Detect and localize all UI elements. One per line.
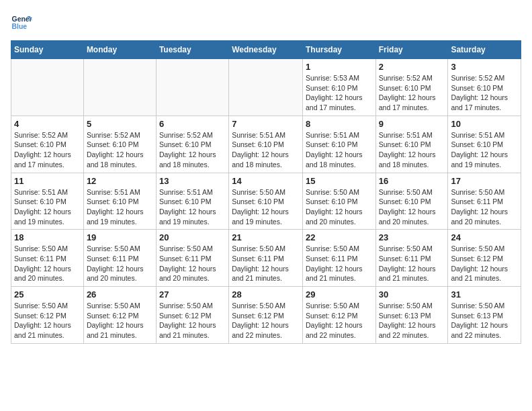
day-info: Sunrise: 5:51 AM Sunset: 6:10 PM Dayligh… (159, 187, 226, 227)
day-number: 31 (451, 289, 518, 300)
calendar-cell: 30Sunrise: 5:50 AM Sunset: 6:13 PM Dayli… (375, 287, 448, 344)
day-number: 14 (232, 176, 300, 186)
day-number: 11 (14, 176, 81, 186)
day-info: Sunrise: 5:52 AM Sunset: 6:10 PM Dayligh… (379, 73, 445, 113)
day-info: Sunrise: 5:50 AM Sunset: 6:10 PM Dayligh… (379, 187, 445, 227)
day-info: Sunrise: 5:51 AM Sunset: 6:10 PM Dayligh… (14, 187, 81, 227)
calendar-cell (229, 59, 303, 116)
calendar-cell: 4Sunrise: 5:52 AM Sunset: 6:10 PM Daylig… (11, 116, 84, 173)
day-number: 4 (14, 119, 81, 129)
day-number: 21 (232, 232, 300, 242)
calendar-cell: 18Sunrise: 5:50 AM Sunset: 6:11 PM Dayli… (11, 230, 84, 287)
day-info: Sunrise: 5:50 AM Sunset: 6:11 PM Dayligh… (232, 244, 300, 283)
day-number: 30 (379, 289, 445, 300)
calendar-cell: 28Sunrise: 5:50 AM Sunset: 6:12 PM Dayli… (229, 287, 303, 344)
day-number: 17 (451, 176, 518, 186)
day-info: Sunrise: 5:50 AM Sunset: 6:12 PM Dayligh… (14, 301, 81, 340)
day-number: 10 (451, 119, 518, 129)
day-number: 15 (306, 176, 373, 186)
day-number: 8 (306, 119, 373, 129)
calendar-week-5: 25Sunrise: 5:50 AM Sunset: 6:12 PM Dayli… (11, 287, 521, 344)
weekday-header-saturday: Saturday (448, 41, 521, 59)
day-number: 16 (379, 176, 445, 186)
day-info: Sunrise: 5:50 AM Sunset: 6:12 PM Dayligh… (232, 301, 300, 340)
calendar-cell: 16Sunrise: 5:50 AM Sunset: 6:10 PM Dayli… (375, 173, 448, 230)
calendar-cell: 23Sunrise: 5:50 AM Sunset: 6:11 PM Dayli… (375, 230, 448, 287)
day-info: Sunrise: 5:50 AM Sunset: 6:11 PM Dayligh… (451, 187, 518, 227)
calendar-week-2: 4Sunrise: 5:52 AM Sunset: 6:10 PM Daylig… (11, 116, 521, 173)
day-number: 27 (159, 289, 226, 300)
day-number: 9 (379, 119, 445, 129)
day-info: Sunrise: 5:50 AM Sunset: 6:12 PM Dayligh… (87, 301, 153, 340)
day-info: Sunrise: 5:52 AM Sunset: 6:10 PM Dayligh… (451, 73, 518, 113)
calendar-cell (83, 59, 156, 116)
day-info: Sunrise: 5:52 AM Sunset: 6:10 PM Dayligh… (14, 130, 81, 170)
calendar-cell: 2Sunrise: 5:52 AM Sunset: 6:10 PM Daylig… (375, 59, 448, 116)
calendar-cell: 31Sunrise: 5:50 AM Sunset: 6:13 PM Dayli… (448, 287, 521, 344)
day-info: Sunrise: 5:50 AM Sunset: 6:13 PM Dayligh… (379, 301, 445, 340)
day-info: Sunrise: 5:51 AM Sunset: 6:10 PM Dayligh… (451, 130, 518, 170)
day-info: Sunrise: 5:50 AM Sunset: 6:11 PM Dayligh… (306, 244, 373, 283)
weekday-header-tuesday: Tuesday (156, 41, 228, 59)
calendar-cell: 19Sunrise: 5:50 AM Sunset: 6:11 PM Dayli… (83, 230, 156, 287)
calendar-week-3: 11Sunrise: 5:51 AM Sunset: 6:10 PM Dayli… (11, 173, 521, 230)
calendar-cell: 26Sunrise: 5:50 AM Sunset: 6:12 PM Dayli… (83, 287, 156, 344)
day-info: Sunrise: 5:52 AM Sunset: 6:10 PM Dayligh… (87, 130, 153, 170)
calendar-cell (156, 59, 228, 116)
calendar-cell: 10Sunrise: 5:51 AM Sunset: 6:10 PM Dayli… (448, 116, 521, 173)
day-number: 29 (306, 289, 373, 300)
day-info: Sunrise: 5:50 AM Sunset: 6:10 PM Dayligh… (232, 187, 300, 227)
weekday-header-monday: Monday (83, 41, 156, 59)
day-number: 2 (379, 62, 445, 72)
weekday-header-wednesday: Wednesday (229, 41, 303, 59)
day-number: 18 (14, 232, 81, 242)
day-number: 22 (306, 232, 373, 242)
day-info: Sunrise: 5:53 AM Sunset: 6:10 PM Dayligh… (306, 73, 373, 113)
calendar-cell: 29Sunrise: 5:50 AM Sunset: 6:12 PM Dayli… (302, 287, 375, 344)
weekday-header-friday: Friday (375, 41, 448, 59)
calendar-cell: 17Sunrise: 5:50 AM Sunset: 6:11 PM Dayli… (448, 173, 521, 230)
day-info: Sunrise: 5:51 AM Sunset: 6:10 PM Dayligh… (87, 187, 153, 227)
day-info: Sunrise: 5:51 AM Sunset: 6:10 PM Dayligh… (232, 130, 300, 170)
day-number: 26 (87, 289, 153, 300)
svg-text:Blue: Blue (12, 23, 28, 30)
calendar-cell: 14Sunrise: 5:50 AM Sunset: 6:10 PM Dayli… (229, 173, 303, 230)
day-number: 28 (232, 289, 300, 300)
day-number: 13 (159, 176, 226, 186)
calendar-cell: 21Sunrise: 5:50 AM Sunset: 6:11 PM Dayli… (229, 230, 303, 287)
calendar-cell: 25Sunrise: 5:50 AM Sunset: 6:12 PM Dayli… (11, 287, 84, 344)
day-number: 20 (159, 232, 226, 242)
weekday-header-thursday: Thursday (302, 41, 375, 59)
logo: General Blue (11, 11, 35, 32)
calendar-cell: 13Sunrise: 5:51 AM Sunset: 6:10 PM Dayli… (156, 173, 228, 230)
day-info: Sunrise: 5:51 AM Sunset: 6:10 PM Dayligh… (379, 130, 445, 170)
calendar-cell: 9Sunrise: 5:51 AM Sunset: 6:10 PM Daylig… (375, 116, 448, 173)
calendar-week-4: 18Sunrise: 5:50 AM Sunset: 6:11 PM Dayli… (11, 230, 521, 287)
day-number: 12 (87, 176, 153, 186)
day-number: 6 (159, 119, 226, 129)
day-info: Sunrise: 5:51 AM Sunset: 6:10 PM Dayligh… (306, 130, 373, 170)
day-number: 5 (87, 119, 153, 129)
day-info: Sunrise: 5:50 AM Sunset: 6:11 PM Dayligh… (14, 244, 81, 283)
day-number: 1 (306, 62, 373, 72)
day-info: Sunrise: 5:52 AM Sunset: 6:10 PM Dayligh… (159, 130, 226, 170)
calendar-cell: 22Sunrise: 5:50 AM Sunset: 6:11 PM Dayli… (302, 230, 375, 287)
day-info: Sunrise: 5:50 AM Sunset: 6:11 PM Dayligh… (159, 244, 226, 283)
calendar-cell: 5Sunrise: 5:52 AM Sunset: 6:10 PM Daylig… (83, 116, 156, 173)
calendar-cell: 11Sunrise: 5:51 AM Sunset: 6:10 PM Dayli… (11, 173, 84, 230)
calendar-table: SundayMondayTuesdayWednesdayThursdayFrid… (11, 40, 521, 344)
calendar-cell: 24Sunrise: 5:50 AM Sunset: 6:12 PM Dayli… (448, 230, 521, 287)
day-info: Sunrise: 5:50 AM Sunset: 6:11 PM Dayligh… (87, 244, 153, 283)
calendar-cell: 3Sunrise: 5:52 AM Sunset: 6:10 PM Daylig… (448, 59, 521, 116)
day-info: Sunrise: 5:50 AM Sunset: 6:12 PM Dayligh… (306, 301, 373, 340)
page-header: General Blue (11, 11, 521, 32)
day-info: Sunrise: 5:50 AM Sunset: 6:10 PM Dayligh… (306, 187, 373, 227)
weekday-header-sunday: Sunday (11, 41, 84, 59)
calendar-cell: 8Sunrise: 5:51 AM Sunset: 6:10 PM Daylig… (302, 116, 375, 173)
day-info: Sunrise: 5:50 AM Sunset: 6:11 PM Dayligh… (379, 244, 445, 283)
calendar-cell (11, 59, 84, 116)
calendar-cell: 20Sunrise: 5:50 AM Sunset: 6:11 PM Dayli… (156, 230, 228, 287)
day-number: 19 (87, 232, 153, 242)
calendar-week-1: 1Sunrise: 5:53 AM Sunset: 6:10 PM Daylig… (11, 59, 521, 116)
day-info: Sunrise: 5:50 AM Sunset: 6:12 PM Dayligh… (159, 301, 226, 340)
